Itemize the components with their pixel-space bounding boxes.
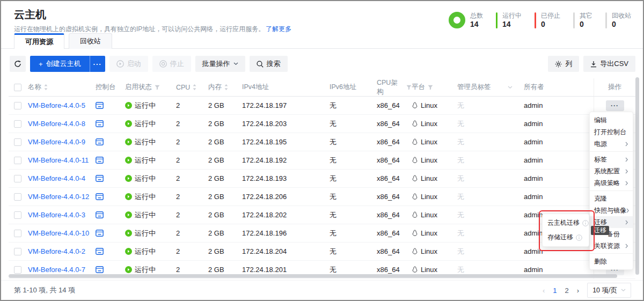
platform-text: Linux (421, 156, 437, 164)
row-checkbox[interactable] (14, 102, 21, 109)
console-icon[interactable] (96, 120, 104, 127)
linux-penguin-icon (412, 193, 418, 200)
row-checkbox[interactable] (14, 138, 21, 146)
platform-text: Linux (421, 174, 437, 182)
platform-cell: Linux (412, 138, 457, 146)
console-icon[interactable] (96, 102, 104, 109)
refresh-button[interactable] (10, 56, 26, 72)
menu-item[interactable]: 关联资源 (590, 240, 633, 252)
ipv4-cell: 172.24.18.193 (242, 174, 330, 182)
vm-name-link[interactable]: VM-Before-4.4.0-5 (28, 101, 85, 109)
chevron-right-icon (625, 169, 628, 174)
row-checkbox[interactable] (14, 120, 21, 128)
vm-name-link[interactable]: VM-Before-4.4.0-7 (28, 266, 85, 274)
row-checkbox[interactable] (14, 193, 21, 201)
batch-actions-button[interactable]: 批量操作 (195, 56, 245, 72)
menu-item-label: 编辑 (594, 114, 607, 126)
menu-item[interactable]: 快照与镜像 (590, 204, 633, 216)
learn-more-link[interactable]: 了解更多 (266, 25, 291, 33)
page-number-2[interactable]: 2 (565, 287, 569, 295)
owner-text: admin (524, 174, 543, 182)
start-button[interactable]: 启动 (109, 56, 148, 72)
row-checkbox[interactable] (14, 175, 21, 182)
row-checkbox[interactable] (14, 230, 21, 237)
columns-button[interactable]: 列 (548, 56, 579, 72)
admin-tag-cell: 无 (457, 174, 524, 183)
console-icon[interactable] (96, 230, 104, 237)
row-checkbox[interactable] (14, 157, 21, 164)
vm-name-link[interactable]: VM-Before-4.4.0-12 (28, 193, 89, 201)
header-checkbox[interactable] (14, 84, 21, 91)
vm-name-link[interactable]: VM-Before-4.4.0-10 (28, 229, 89, 237)
console-icon[interactable] (96, 175, 104, 182)
menu-item[interactable]: 高级策略 (590, 177, 633, 189)
page-size-select[interactable]: 10 项/页 (587, 283, 631, 298)
running-status-icon (125, 175, 132, 182)
name-cell: VM-Before-4.4.0-8 (28, 120, 96, 128)
row-checkbox[interactable] (14, 211, 21, 219)
vm-name-link[interactable]: VM-Before-4.4.0-9 (28, 138, 85, 146)
menu-item[interactable]: 系统配置 (590, 165, 633, 177)
menu-divider (590, 253, 633, 254)
vm-name-link[interactable]: VM-Before-4.4.0-3 (28, 211, 85, 219)
header-cell: 管理员标签 (457, 83, 524, 92)
owner-text: admin (524, 211, 543, 219)
menu-item[interactable]: 电源 (590, 138, 633, 150)
menu-item[interactable]: 标签 (590, 153, 633, 165)
export-csv-button[interactable]: 导出CSV (583, 56, 635, 72)
menu-item[interactable]: 编辑 (590, 114, 633, 126)
memory-cell: 2 GB (208, 266, 242, 274)
vm-name-link[interactable]: VM-Before-4.4.0-4 (28, 174, 85, 182)
row-checkbox[interactable] (14, 266, 21, 274)
next-page-button[interactable]: › (577, 287, 579, 295)
search-button[interactable]: 搜索 (250, 56, 288, 72)
submenu-item[interactable]: 云主机迁移 (543, 216, 589, 230)
cell-text: 172.24.18.201 (242, 266, 287, 274)
vm-name-link[interactable]: VM-Before-4.4.0-2 (28, 247, 85, 255)
tab-available-resources[interactable]: 可用资源 (14, 33, 64, 49)
page-number-1[interactable]: 1 (553, 287, 557, 295)
header-cell: 操作 (594, 78, 635, 96)
menu-item[interactable]: 删除 (590, 255, 633, 267)
row-actions-button[interactable]: ··· (606, 100, 624, 111)
console-icon[interactable] (96, 138, 104, 145)
ipv6-cell: 无 (330, 101, 377, 111)
plus-icon: + (39, 60, 43, 68)
status-text: 运行中 (135, 137, 156, 147)
ipv4-cell: 172.24.18.206 (242, 193, 330, 201)
vm-name-link[interactable]: VM-Before-4.4.0-11 (28, 156, 89, 164)
menu-item-label: 打开控制台 (594, 126, 626, 138)
row-checkbox-cell (9, 266, 28, 274)
console-icon[interactable] (96, 211, 104, 218)
row-checkbox[interactable] (14, 248, 21, 255)
create-vm-button[interactable]: +创建云主机 (30, 56, 90, 72)
cell-text: 172.24.18.193 (242, 174, 287, 182)
chevron-down-icon[interactable] (508, 86, 513, 89)
vertical-scrollbar[interactable] (635, 77, 639, 275)
submenu-item[interactable]: 存储迁移 (543, 230, 589, 245)
admin-tag-cell: 无 (457, 265, 524, 275)
stat-item: 运行中14 (496, 12, 522, 28)
menu-item-label: 电源 (594, 138, 607, 150)
console-icon[interactable] (96, 248, 104, 255)
console-icon[interactable] (96, 266, 104, 273)
menu-item[interactable]: 打开控制台 (590, 126, 633, 138)
vm-name-link[interactable]: VM-Before-4.4.0-8 (28, 120, 85, 128)
create-vm-more-button[interactable]: ··· (90, 56, 105, 72)
table-row: VM-Before-4.4.0-9运行中22 GB172.24.18.195无x… (9, 133, 635, 151)
console-icon[interactable] (96, 157, 104, 164)
ipv6-cell: 无 (330, 156, 377, 165)
cell-text: 2 (176, 174, 180, 182)
horizontal-scrollbar[interactable] (9, 274, 617, 278)
console-icon[interactable] (96, 193, 104, 200)
status-text: 运行中 (135, 247, 156, 256)
prev-page-button[interactable]: ‹ (543, 287, 545, 295)
cpu-arch-cell: x86_64 (377, 266, 412, 274)
menu-item[interactable]: 克隆 (590, 193, 633, 204)
name-cell: VM-Before-4.4.0-2 (28, 247, 96, 255)
owner-cell: admin (524, 138, 594, 146)
tab-recycle-bin[interactable]: 回收站 (69, 33, 112, 49)
cell-text: 无 (330, 247, 336, 256)
stop-button[interactable]: 停止 (152, 56, 191, 72)
owner-text: admin (524, 120, 543, 128)
